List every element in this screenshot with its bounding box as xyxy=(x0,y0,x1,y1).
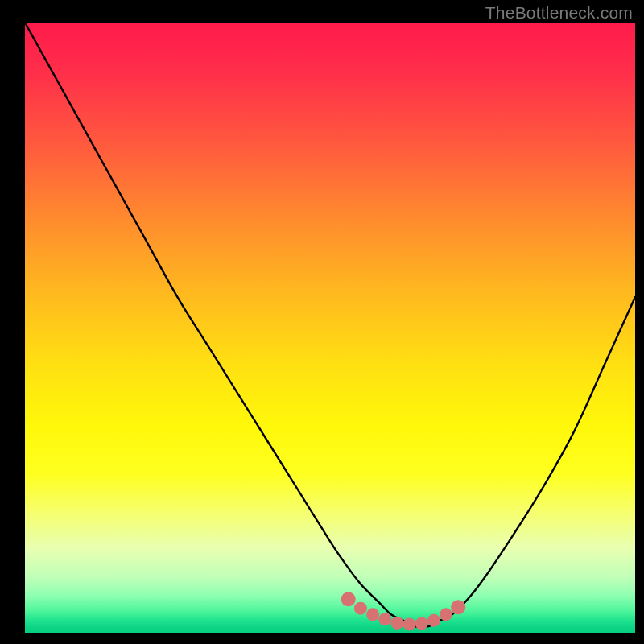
chart-frame: TheBottleneck.com xyxy=(0,0,644,644)
highlight-markers xyxy=(341,592,466,630)
marker-dot xyxy=(440,608,452,621)
marker-dot xyxy=(366,608,379,621)
marker-dot xyxy=(354,602,367,615)
marker-dot xyxy=(378,613,391,625)
watermark-text: TheBottleneck.com xyxy=(485,3,633,23)
marker-dot xyxy=(415,617,428,630)
marker-dot xyxy=(427,614,440,627)
marker-dot xyxy=(403,617,416,630)
marker-dot xyxy=(390,617,403,630)
plot-area xyxy=(25,23,635,633)
bottleneck-curve xyxy=(25,23,635,627)
marker-dot xyxy=(341,592,356,606)
curve-layer xyxy=(25,23,635,633)
marker-dot xyxy=(451,600,465,614)
